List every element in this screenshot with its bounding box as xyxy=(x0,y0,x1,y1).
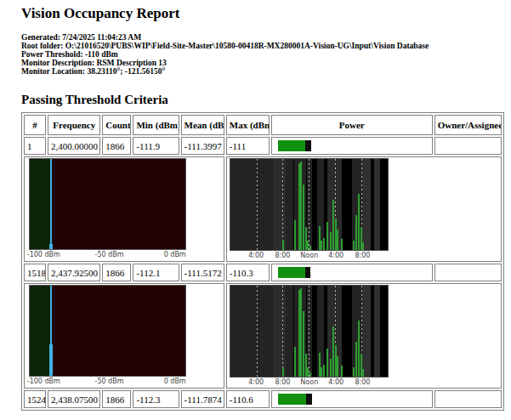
power-bar-green xyxy=(278,140,305,151)
power-histogram-chart: -100 dBm-50 dBm0 dBm xyxy=(29,285,187,387)
cell-frequency: 2,437.92500 xyxy=(48,264,100,281)
section-heading: Passing Threshold Criteria xyxy=(21,93,502,106)
meta-line-power-threshold: Power Threshold: -110 dBm xyxy=(21,50,502,59)
cell-frequency: 2,400.00000 xyxy=(48,137,100,155)
col-header-frequency: Frequency xyxy=(48,115,100,135)
cell-max: -110.6 xyxy=(226,390,270,408)
time-histogram-cell: 4:008:00Noon4:008:00 xyxy=(226,283,502,389)
table-row: 1 2,400.00000 1866 -111.9 -111.3997 -111 xyxy=(24,137,502,155)
power-histogram-cell: -100 dBm-50 dBm0 dBm xyxy=(24,156,224,262)
occupancy-table: # Frequency Count Min (dBm) Mean (dBm) M… xyxy=(21,112,504,411)
cell-power xyxy=(271,390,433,408)
time-histogram-cell: 4:008:00Noon4:008:00 xyxy=(226,156,502,262)
cell-mean: -111.3997 xyxy=(181,137,224,155)
power-bar-tip xyxy=(306,394,312,405)
cell-max: -111 xyxy=(226,137,270,155)
col-header-min: Min (dBm) xyxy=(133,115,179,135)
power-bar-tip xyxy=(305,140,311,151)
cell-num: 1524 xyxy=(24,390,46,408)
col-header-mean: Mean (dBm) xyxy=(181,115,224,135)
col-header-max: Max (dBm) xyxy=(226,115,270,135)
power-bar xyxy=(278,140,429,151)
cell-power xyxy=(271,137,433,155)
chart-row: -100 dBm-50 dBm0 dBm 4:008:00Noon4:008:0… xyxy=(24,156,502,262)
cell-power xyxy=(271,264,433,281)
power-histogram-chart: -100 dBm-50 dBm0 dBm xyxy=(29,158,187,260)
power-bar-green xyxy=(278,267,305,278)
cell-owner xyxy=(434,390,502,408)
cell-mean: -111.7874 xyxy=(181,390,224,408)
cell-max: -110.3 xyxy=(226,264,270,281)
time-histogram-chart: 4:008:00Noon4:008:00 xyxy=(230,158,389,261)
cell-min: -111.9 xyxy=(133,137,179,155)
time-histogram-chart: 4:008:00Noon4:008:00 xyxy=(230,285,389,388)
report-page: Vision Occupancy Report Generated: 7/24/… xyxy=(0,0,511,411)
col-header-power: Power xyxy=(271,115,433,135)
col-header-owner: Owner/Assignee xyxy=(434,115,502,135)
cell-count: 1866 xyxy=(102,137,131,155)
cell-count: 1866 xyxy=(102,264,131,281)
power-bar-tip xyxy=(305,267,310,278)
col-header-num: # xyxy=(24,115,46,135)
chart-row: -100 dBm-50 dBm0 dBm 4:008:00Noon4:008:0… xyxy=(24,283,502,389)
report-metadata: Generated: 7/24/2025 11:04:23 AM Root fo… xyxy=(21,33,502,76)
page-title: Vision Occupancy Report xyxy=(21,5,502,21)
power-bar xyxy=(278,267,429,278)
cell-owner xyxy=(434,264,502,281)
cell-mean: -111.5172 xyxy=(181,264,224,281)
col-header-count: Count xyxy=(102,115,131,135)
cell-num: 1518 xyxy=(24,264,46,281)
meta-line-generated: Generated: 7/24/2025 11:04:23 AM xyxy=(21,33,502,42)
power-histogram-cell: -100 dBm-50 dBm0 dBm xyxy=(24,283,224,389)
cell-frequency: 2,438.07500 xyxy=(48,390,100,408)
cell-min: -112.1 xyxy=(133,264,179,281)
table-row: 1524 2,438.07500 1866 -112.3 -111.7874 -… xyxy=(24,390,502,408)
meta-line-monitor-description: Monitor Description: RSM Description 13 xyxy=(21,59,502,67)
table-row: 1518 2,437.92500 1866 -112.1 -111.5172 -… xyxy=(24,264,502,281)
power-bar xyxy=(278,394,429,405)
cell-owner xyxy=(434,137,502,155)
cell-num: 1 xyxy=(24,137,46,155)
power-bar-green xyxy=(278,394,306,405)
cell-min: -112.3 xyxy=(133,390,179,408)
table-header-row: # Frequency Count Min (dBm) Mean (dBm) M… xyxy=(24,115,502,135)
cell-count: 1866 xyxy=(102,390,131,408)
meta-line-root-folder: Root folder: O:\21016520\PUBS\WIP\Field-… xyxy=(21,42,502,50)
meta-line-monitor-location: Monitor Location: 38.23110°; -121.56150° xyxy=(21,67,502,76)
